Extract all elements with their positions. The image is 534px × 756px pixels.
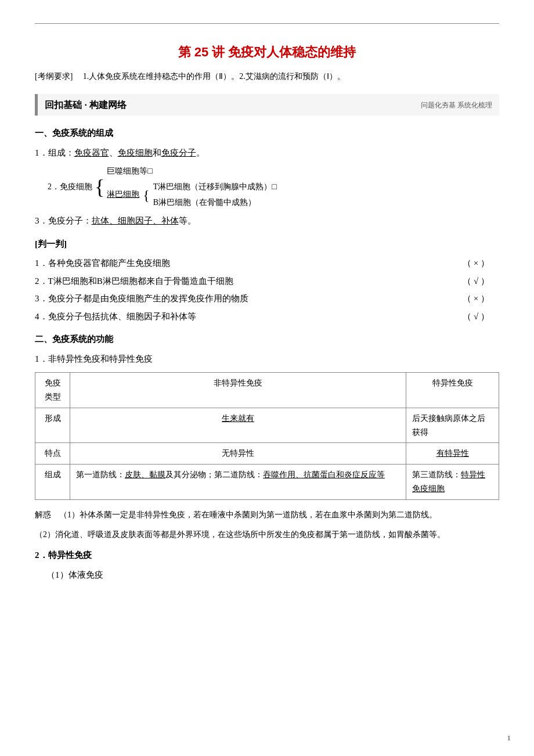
item-func2: 2．特异性免疫 (35, 548, 499, 563)
item3-underline: 抗体、细胞因子、补体 (92, 216, 179, 225)
table-header-col1: 非特异性免疫 (70, 373, 406, 408)
item1-prefix: 1．组成： (35, 148, 74, 157)
brace-outer: { (93, 164, 106, 210)
jiexi-block: 解惑 （1）补体杀菌一定是非特异性免疫，若在唾液中杀菌则为第一道防线，若在血浆中… (35, 508, 499, 522)
table-cell-label-2: 特点 (35, 443, 70, 465)
table-header-col0: 免疫类型 (35, 373, 70, 408)
item3-prefix: 3．免疫分子： (35, 216, 92, 225)
judge-row-3: 3．免疫分子都是由免疫细胞产生的发挥免疫作用的物质 （ × ） (35, 291, 499, 307)
jiexi-text-1: （1）补体杀菌一定是非特异性免疫，若在唾液中杀菌则为第一道防线，若在血浆中杀菌则… (59, 510, 437, 519)
table-col1-3-u2: 吞噬作用、抗菌蛋白和炎症反应等 (263, 470, 385, 479)
branch2-label: 淋巴细胞 (107, 187, 139, 203)
table-header-row: 免疫类型 非特异性免疫 特异性免疫 (35, 373, 499, 408)
item1-sep2: 和 (153, 148, 161, 157)
judge-text-3: 3．免疫分子都是由免疫细胞产生的发挥免疫作用的物质 (35, 291, 453, 307)
item1-line: 1．组成：免疫器官、免疫细胞和免疫分子。 (35, 146, 499, 161)
table-col1-3-u1: 皮肤、黏膜 (125, 470, 165, 479)
sub-branches: T淋巴细胞（迁移到胸腺中成熟）□ B淋巴细胞（在骨髓中成熟） (153, 179, 277, 210)
table-cell-col2-1: 后天接触病原体之后获得 (406, 408, 499, 443)
jiexi2-block: （2）消化道、呼吸道及皮肤表面等都是外界环境，在这些场所中所发生的免疫都属于第一… (35, 528, 499, 542)
item1-underline1: 免疫器官 (74, 148, 109, 157)
table-header-col2: 特异性免疫 (406, 373, 499, 408)
main-title: 第 25 讲 免疫对人体稳态的维持 (35, 41, 499, 63)
jiexi-title: 解惑 (35, 510, 59, 519)
judge-row-2: 2．T淋巴细胞和B淋巴细胞都来自于骨髓造血干细胞 （ √ ） (35, 274, 499, 289)
judge-text-1: 1．各种免疫器官都能产生免疫细胞 (35, 256, 453, 271)
judge-result-3: （ × ） (453, 291, 499, 307)
top-divider (35, 23, 499, 24)
judge-result-2: （ √ ） (453, 274, 499, 289)
table-row-tedian: 特点 无特异性 有特异性 (35, 443, 499, 465)
branch1: 巨噬细胞等□ (107, 164, 277, 179)
part2-title: 二、免疫系统的功能 (35, 332, 499, 347)
section-header: 回扣基础 · 构建网络 问题化夯基 系统化梳理 (35, 94, 499, 116)
table-cell-label-1: 形成 (35, 408, 70, 443)
table-cell-col2-2: 有特异性 (406, 443, 499, 465)
judge-text-4: 4．免疫分子包括抗体、细胞因子和补体等 (35, 309, 453, 325)
table-cell-col1-1-underline: 生来就有 (222, 414, 254, 423)
table-row-zucheng: 组成 第一道防线：皮肤、黏膜及其分泌物；第二道防线：吞噬作用、抗菌蛋白和炎症反应… (35, 465, 499, 500)
table-cell-label-3: 组成 (35, 465, 70, 500)
judge-result-4: （ √ ） (453, 309, 499, 325)
item-func1: 1．非特异性免疫和特异性免疫 (35, 352, 499, 367)
subtitle-row: [考纲要求] 1.人体免疫系统在维持稳态中的作用（Ⅱ）。2.艾滋病的流行和预防（… (35, 70, 499, 84)
item1-sep1: 、 (109, 148, 118, 157)
item-func2-sub: （1）体液免疫 (46, 568, 499, 583)
judge-result-1: （ × ） (453, 256, 499, 271)
sub2: B淋巴细胞（在骨髓中成熟） (153, 195, 277, 211)
bracket-tree: 2．免疫细胞 { 巨噬细胞等□ 淋巴细胞 { T淋巴细胞（迁移到胸腺中成熟）□ … (46, 164, 499, 210)
brace-inner: { (142, 188, 151, 202)
judge-text-2: 2．T淋巴细胞和B淋巴细胞都来自于骨髓造血干细胞 (35, 274, 453, 289)
table-cell-col2-3: 第三道防线：特异性免疫细胞 (406, 465, 499, 500)
branch2-row: 淋巴细胞 { T淋巴细胞（迁移到胸腺中成熟）□ B淋巴细胞（在骨髓中成熟） (107, 179, 277, 210)
item1-underline2: 免疫细胞 (118, 148, 153, 157)
part1-title: 一、免疫系统的组成 (35, 126, 499, 141)
tree-label: 2．免疫细胞 (46, 164, 93, 210)
item3-end: 等。 (179, 216, 196, 225)
section-title: 回扣基础 · 构建网络 (45, 97, 127, 113)
jiexi2-text: （2）消化道、呼吸道及皮肤表面等都是外界环境，在这些场所中所发生的免疫都属于第一… (35, 530, 445, 539)
judge-row-1: 1．各种免疫器官都能产生免疫细胞 （ × ） (35, 256, 499, 271)
table-cell-col1-3: 第一道防线：皮肤、黏膜及其分泌物；第二道防线：吞噬作用、抗菌蛋白和炎症反应等 (70, 465, 406, 500)
table-cell-col2-2-underline: 有特异性 (436, 449, 469, 458)
item1-end: 。 (196, 148, 205, 157)
judge-title: [判一判] (35, 237, 499, 252)
section-subtitle-right: 问题化夯基 系统化梳理 (421, 99, 492, 111)
table-row-xingcheng: 形成 生来就有 后天接触病原体之后获得 (35, 408, 499, 443)
table-cell-col1-1: 生来就有 (70, 408, 406, 443)
item3-line: 3．免疫分子：抗体、细胞因子、补体等。 (35, 214, 499, 229)
immunity-table: 免疫类型 非特异性免疫 特异性免疫 形成 生来就有 后天接触病原体之后获得 特点… (35, 372, 499, 500)
table-cell-col1-2: 无特异性 (70, 443, 406, 465)
tree-branches: 巨噬细胞等□ 淋巴细胞 { T淋巴细胞（迁移到胸腺中成熟）□ B淋巴细胞（在骨髓… (106, 164, 278, 210)
table-col2-3-u1: 特异性免疫细胞 (412, 470, 485, 493)
judge-row-4: 4．免疫分子包括抗体、细胞因子和补体等 （ √ ） (35, 309, 499, 325)
sub1: T淋巴细胞（迁移到胸腺中成熟）□ (153, 179, 277, 195)
item1-underline3: 免疫分子 (161, 148, 196, 157)
judge-section: [判一判] 1．各种免疫器官都能产生免疫细胞 （ × ） 2．T淋巴细胞和B淋巴… (35, 237, 499, 325)
